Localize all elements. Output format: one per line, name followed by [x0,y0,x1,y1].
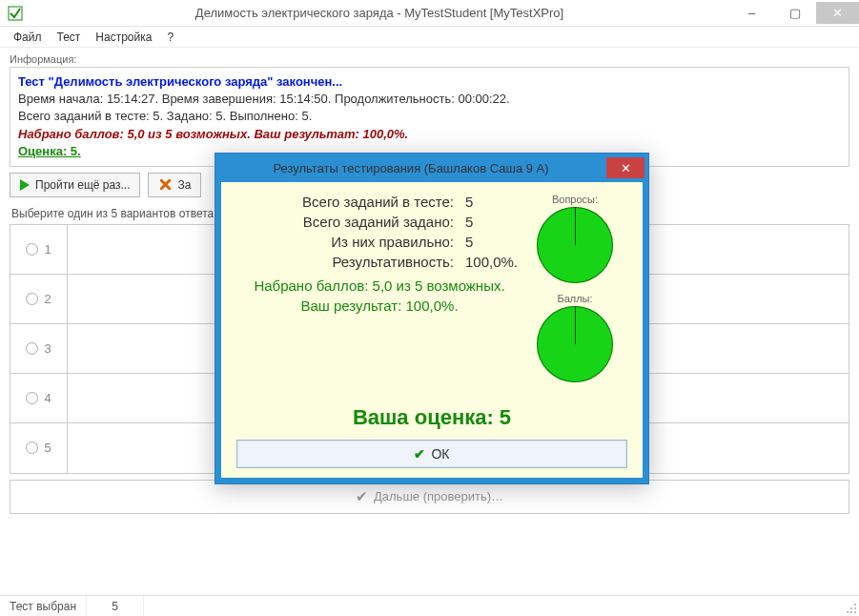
answer-num: 1 [44,242,51,257]
pie-questions [537,207,613,283]
status-num: 5 [87,596,144,616]
retry-label: Пройти ещё раз... [35,178,130,192]
close-button[interactable]: ✕ [816,2,859,24]
status-left: Тест выбран [0,596,87,616]
info-timing: Время начала: 15:14:27. Время завершения… [18,91,841,108]
score-msg-1: Набрано баллов: 5,0 из 5 возможных. [236,277,522,294]
svg-point-4 [847,611,849,613]
answer-num: 4 [44,391,51,405]
radio-icon[interactable] [26,441,38,454]
info-group-label: Информация: [10,53,849,65]
menu-file[interactable]: Файл [8,29,48,46]
results-dialog: Результаты тестирования (Башлаков Саша 9… [215,153,649,484]
answer-num: 5 [44,441,51,455]
check-icon: ✔ [414,446,425,462]
radio-icon[interactable] [26,342,38,355]
menubar: Файл Тест Настройка ? [0,27,859,48]
dialog-titlebar: Результаты тестирования (Башлаков Саша 9… [215,154,648,182]
stat-correct-val: 5 [465,234,522,250]
svg-point-5 [850,611,852,613]
next-button[interactable]: ✔ Дальше (проверить)… [10,480,849,514]
stat-correct-label: Из них правильно: [331,234,454,250]
retry-button[interactable]: Пройти ещё раз... [10,173,140,197]
titlebar: Делимость электрического заряда - MyTest… [0,0,859,27]
info-score: Набрано баллов: 5,0 из 5 возможных. Ваш … [18,126,841,143]
svg-point-3 [854,607,856,609]
pie-points [537,306,613,382]
finish-button[interactable]: За [148,173,201,197]
check-icon: ✔ [356,488,368,505]
dialog-title: Результаты тестирования (Башлаков Саша 9… [215,161,606,175]
info-counts: Всего заданий в тесте: 5. Задано: 5. Вып… [18,108,841,125]
x-icon [158,178,172,192]
resize-grip-icon[interactable] [842,596,859,616]
menu-help[interactable]: ? [161,29,179,46]
stat-total-val: 5 [465,194,522,210]
window-title: Делимость электрического заряда - MyTest… [29,6,730,20]
svg-point-1 [854,604,856,606]
pie-points-label: Баллы: [522,293,627,304]
radio-icon[interactable] [26,293,38,305]
statusbar: Тест выбран 5 [0,595,859,616]
answer-num: 3 [44,341,51,356]
maximize-button[interactable]: ▢ [773,2,816,24]
app-icon [8,6,23,21]
menu-test[interactable]: Тест [51,29,87,46]
score-msg-2: Ваш результат: 100,0%. [236,298,522,314]
stat-eff-label: Результативность: [332,254,454,270]
play-icon [20,179,30,191]
svg-point-2 [850,607,852,609]
dialog-close-button[interactable]: ✕ [606,157,644,178]
svg-point-6 [854,611,856,613]
stat-asked-val: 5 [465,214,522,230]
radio-icon[interactable] [26,243,38,256]
stat-total-label: Всего заданий в тесте: [302,194,454,210]
stat-asked-label: Всего заданий задано: [303,214,454,230]
answer-num: 2 [44,292,51,306]
ok-label: ОК [431,446,449,462]
stat-eff-val: 100,0%. [465,254,522,270]
minimize-button[interactable]: – [730,2,773,24]
grade-text: Ваша оценка: 5 [236,405,627,430]
pie-questions-label: Вопросы: [522,194,627,205]
radio-icon[interactable] [26,392,38,404]
finish-label: За [177,178,191,192]
menu-settings[interactable]: Настройка [90,29,157,46]
ok-button[interactable]: ✔ ОК [236,440,627,468]
info-group: Информация: Тест "Делимость электрическо… [10,53,849,167]
next-label: Дальше (проверить)… [374,489,503,503]
status-spacer [144,596,842,616]
info-headline: Тест "Делимость электрического заряда" з… [18,73,841,91]
